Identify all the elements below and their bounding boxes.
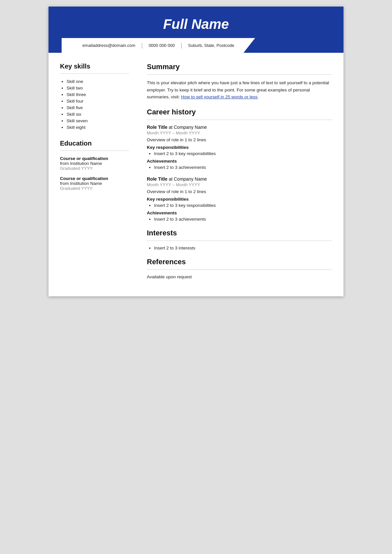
job-responsibilities-label-2: Key responsibilities	[147, 197, 332, 202]
job-role-1: Role Title	[147, 125, 167, 130]
job-role-2: Role Title	[147, 176, 167, 182]
job-achievements-list-2: Insert 2 to 3 achievements	[147, 217, 332, 222]
list-item: Insert 2 to 3 achievements	[154, 217, 332, 222]
list-item: Skill three	[67, 92, 129, 97]
job-dates-2: Month YYYY – Month YYYY	[147, 182, 332, 187]
list-item: Skill six	[67, 112, 129, 117]
main-content: Summary This is your elevator pitch wher…	[137, 53, 343, 296]
job-company-2: Company Name	[174, 176, 207, 182]
education-section: Education Course or qualification from I…	[60, 140, 129, 191]
summary-suffix: .	[258, 94, 259, 99]
career-divider	[147, 120, 332, 120]
references-text: Available upon request	[147, 274, 332, 279]
job-connector-1: at	[167, 125, 174, 130]
interests-list: Insert 2 to 3 interests	[147, 246, 332, 250]
edu-course-1: Course or qualification	[60, 156, 129, 161]
summary-divider	[147, 74, 332, 75]
job-entry-2: Role Title at Company Name Month YYYY – …	[147, 176, 332, 222]
edu-graduated-1: Graduated YYYY	[60, 166, 129, 171]
skills-list: Skill one Skill two Skill three Skill fo…	[60, 79, 129, 130]
references-section: References Available upon request	[147, 258, 332, 279]
body-content: Key skills Skill one Skill two Skill thr…	[49, 53, 343, 296]
list-item: Insert 2 to 3 key responsibilities	[154, 203, 332, 208]
header-name-row: Full Name	[62, 16, 330, 38]
job-overview-1: Overview of role in 1 to 2 lines	[147, 137, 332, 142]
skills-section: Key skills Skill one Skill two Skill thr…	[60, 63, 129, 130]
edu-course-2: Course or qualification	[60, 176, 129, 181]
list-item: Skill two	[67, 86, 129, 90]
job-company-1: Company Name	[174, 125, 207, 130]
education-title: Education	[60, 140, 129, 147]
skills-divider	[60, 73, 129, 74]
contact-phone: 0000 000 000	[149, 43, 175, 48]
summary-title: Summary	[147, 63, 332, 71]
list-item: Insert 2 to 3 key responsibilities	[154, 151, 332, 156]
list-item: Insert 2 to 3 achievements	[154, 165, 332, 170]
list-item: Skill eight	[67, 125, 129, 130]
list-item: Skill four	[67, 99, 129, 104]
job-responsibilities-list-1: Insert 2 to 3 key responsibilities	[147, 151, 332, 156]
job-achievements-label-1: Achievements	[147, 159, 332, 164]
education-divider	[60, 150, 129, 151]
references-divider	[147, 269, 332, 270]
contact-location: Suburb, State, Postcode	[188, 43, 234, 48]
job-responsibilities-list-2: Insert 2 to 3 key responsibilities	[147, 203, 332, 208]
contact-section: emailaddress@domain.com | 0000 000 000 |…	[62, 38, 255, 53]
edu-entry-1: Course or qualification from Institution…	[60, 156, 129, 171]
header: Full Name emailaddress@domain.com | 0000…	[49, 7, 343, 53]
contact-sep-1: |	[141, 42, 143, 49]
job-achievements-list-1: Insert 2 to 3 achievements	[147, 165, 332, 170]
edu-institution-2: from Institution Name	[60, 181, 129, 186]
job-connector-2: at	[167, 176, 174, 182]
job-dates-1: Month YYYY – Month YYYY	[147, 130, 332, 135]
skills-title: Key skills	[60, 63, 129, 70]
interests-divider	[147, 241, 332, 241]
job-entry-1: Role Title at Company Name Month YYYY – …	[147, 125, 332, 170]
list-item: Insert 2 to 3 interests	[154, 246, 332, 250]
career-title: Career history	[147, 108, 332, 116]
references-title: References	[147, 258, 332, 266]
career-section: Career history Role Title at Company Nam…	[147, 108, 332, 222]
edu-entry-2: Course or qualification from Institution…	[60, 176, 129, 191]
sidebar: Key skills Skill one Skill two Skill thr…	[49, 53, 137, 296]
job-overview-2: Overview of role in 1 to 2 lines	[147, 189, 332, 194]
list-item: Skill one	[67, 79, 129, 84]
job-achievements-label-2: Achievements	[147, 210, 332, 215]
list-item: Skill seven	[67, 118, 129, 123]
list-item: Skill five	[67, 105, 129, 110]
full-name: Full Name	[163, 16, 229, 32]
contact-email: emailaddress@domain.com	[83, 43, 135, 48]
interests-title: Interests	[147, 229, 332, 237]
interests-section: Interests Insert 2 to 3 interests	[147, 229, 332, 250]
summary-text: This is your elevator pitch where you ha…	[147, 79, 332, 101]
job-title-line-1: Role Title at Company Name	[147, 125, 332, 130]
resume-page: Full Name emailaddress@domain.com | 0000…	[49, 7, 343, 296]
job-title-line-2: Role Title at Company Name	[147, 176, 332, 182]
summary-link[interactable]: How to sell yourself in 25 words or less	[181, 94, 257, 99]
edu-institution-1: from Institution Name	[60, 161, 129, 166]
job-responsibilities-label-1: Key responsibilities	[147, 145, 332, 150]
edu-graduated-2: Graduated YYYY	[60, 186, 129, 191]
contact-sep-2: |	[181, 42, 182, 49]
summary-section: Summary This is your elevator pitch wher…	[147, 63, 332, 101]
header-bottom-wrapper: emailaddress@domain.com | 0000 000 000 |…	[62, 38, 330, 53]
